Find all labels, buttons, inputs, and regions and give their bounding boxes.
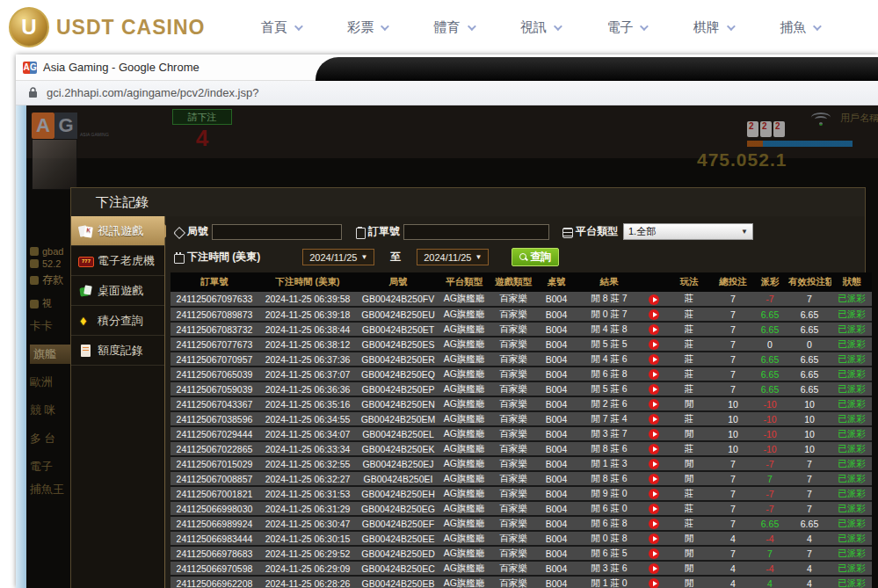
ag-logo: A G ASIA GAMING <box>32 113 109 139</box>
replay-icon[interactable] <box>649 578 659 588</box>
cell-replay <box>643 441 664 456</box>
cell-bet: 10 <box>714 411 752 426</box>
replay-icon[interactable] <box>649 339 659 350</box>
replay-icon[interactable] <box>649 489 659 499</box>
cell-round: GB00424B250EM <box>357 411 439 426</box>
label-text: 下注時間 (美東) <box>187 250 260 265</box>
cell-order: 241125067008857 <box>171 471 258 486</box>
order-filter-label: 訂單號 <box>354 224 400 239</box>
bet-table: 訂單號 下注時間 (美東) 局號 平台類型 遊戲類型 桌號 結果 玩法 總投注 <box>171 272 872 588</box>
date-from-select[interactable]: 2024/11/25 ▼ <box>302 249 374 265</box>
replay-icon[interactable] <box>649 429 659 439</box>
table-header-row: 訂單號 下注時間 (美東) 局號 平台類型 遊戲類型 桌號 結果 玩法 總投注 <box>171 272 872 292</box>
replay-icon[interactable] <box>649 548 659 559</box>
cell-payout: -10 <box>752 396 787 411</box>
replay-icon[interactable] <box>649 384 659 395</box>
replay-icon[interactable] <box>649 534 659 544</box>
cell-status: 已派彩 <box>831 381 872 396</box>
cards-icon <box>30 300 39 309</box>
nav-item-live[interactable]: 視訊 <box>520 19 560 36</box>
cell-table: B004 <box>538 322 575 337</box>
ag-logo-a: A <box>32 113 54 139</box>
cell-time: 2024-11-25 06:34:07 <box>258 426 357 441</box>
deposit-label: 存款 <box>42 272 63 287</box>
replay-icon[interactable] <box>649 504 659 514</box>
nav-item-home[interactable]: 首頁 <box>261 19 301 36</box>
cell-result: 閒 5 莊 5 <box>575 337 643 352</box>
dealt-cards: 2 2 2 <box>747 121 785 137</box>
search-button[interactable]: 查詢 <box>512 248 559 266</box>
nav-item-cards[interactable]: 棋牌 <box>693 19 733 36</box>
replay-icon[interactable] <box>649 399 659 410</box>
nav-item-slots[interactable]: 電子 <box>606 19 646 36</box>
table-row: 2411250670150292024-11-25 06:32:55GB0042… <box>171 456 872 471</box>
nav-item-lottery[interactable]: 彩票 <box>347 19 387 36</box>
cell-order: 241125067089873 <box>171 307 258 322</box>
tag-icon <box>173 227 184 237</box>
cell-payout: 4 <box>752 576 787 588</box>
sidebar-item-label: 桌面遊戲 <box>98 283 143 299</box>
cell-time: 2024-11-25 06:34:55 <box>258 411 357 426</box>
cell-time: 2024-11-25 06:32:27 <box>258 471 357 486</box>
replay-icon[interactable] <box>649 414 659 425</box>
bet-table-wrap: 訂單號 下注時間 (美東) 局號 平台類型 遊戲類型 桌號 結果 玩法 總投注 <box>171 272 860 588</box>
replay-icon[interactable] <box>649 294 659 305</box>
sidebar-item-points-query[interactable]: 積分查詢 <box>71 306 164 336</box>
cell-play: 莊 <box>664 337 714 352</box>
cell-table: B004 <box>538 307 575 322</box>
modal-sidebar: 視訊遊戲 電子老虎機 桌面遊戲 積分查詢 額度記錄 <box>71 216 165 588</box>
cell-game: 百家樂 <box>489 381 538 396</box>
cell-valid: 7 <box>787 292 831 307</box>
cell-result: 閒 3 莊 6 <box>575 561 643 576</box>
header-valid-bet: 有效投注額 <box>787 272 831 292</box>
cell-result: 閒 6 莊 8 <box>575 367 643 381</box>
cell-play: 閒 <box>664 471 714 486</box>
chevron-down-icon <box>640 22 649 31</box>
cell-round: GB00424B250EH <box>357 486 439 501</box>
platform-select[interactable]: 1.全部 ▼ <box>623 223 753 240</box>
cell-table: B004 <box>538 561 575 576</box>
cell-replay <box>643 322 664 337</box>
order-input[interactable] <box>403 224 549 240</box>
sidebar-item-table-games[interactable]: 桌面遊戲 <box>71 276 164 306</box>
replay-icon[interactable] <box>649 519 659 529</box>
cell-payout: -7 <box>752 501 787 516</box>
deposit-button[interactable]: 存款 <box>30 272 63 287</box>
cell-result: 閒 6 莊 8 <box>575 516 643 531</box>
cell-payout: 6.65 <box>752 516 787 531</box>
replay-icon[interactable] <box>649 459 659 469</box>
bet-prompt: 請下注 <box>172 109 232 125</box>
replay-icon[interactable] <box>649 563 659 574</box>
date-to-select[interactable]: 2024/11/25 ▼ <box>417 249 489 265</box>
replay-icon[interactable] <box>649 444 659 454</box>
chrome-url-bar[interactable]: gci.2hhapi.com/agingame/pcv2/index.jsp? <box>16 81 878 105</box>
table-row: 2411250670385962024-11-25 06:34:55GB0042… <box>171 411 872 426</box>
cell-status: 已派彩 <box>831 307 872 322</box>
cell-game: 百家樂 <box>489 456 538 471</box>
sidebar-item-video-games[interactable]: 視訊遊戲 <box>71 216 164 246</box>
sidebar-item-credit-records[interactable]: 額度記錄 <box>71 336 164 366</box>
nav-item-fishing[interactable]: 捕魚 <box>780 19 819 36</box>
table-row: 2411250670650392024-11-25 06:37:07GB0042… <box>171 367 872 381</box>
cell-replay <box>643 516 664 531</box>
sidebar-item-slots[interactable]: 電子老虎機 <box>71 246 164 276</box>
round-input[interactable] <box>212 224 342 240</box>
replay-icon[interactable] <box>649 474 659 484</box>
chrome-title-bar[interactable]: A G Asia Gaming - Google Chrome <box>16 54 878 81</box>
replay-icon[interactable] <box>649 354 659 365</box>
replay-icon[interactable] <box>649 369 659 380</box>
chevron-down-icon <box>381 22 389 31</box>
cell-valid: 6.65 <box>787 367 831 381</box>
cell-time: 2024-11-25 06:39:58 <box>258 292 357 307</box>
cell-platform: AG旗艦廳 <box>439 576 489 588</box>
cell-time: 2024-11-25 06:29:09 <box>258 561 357 576</box>
cell-play: 閒 <box>664 426 714 441</box>
replay-icon[interactable] <box>649 324 659 335</box>
cell-payout: -7 <box>752 292 787 307</box>
table-row: 2411250669786832024-11-25 06:29:52GB0042… <box>171 546 872 561</box>
nav-item-sports[interactable]: 體育 <box>434 19 474 36</box>
cell-bet: 7 <box>714 352 752 367</box>
site-logo[interactable]: U USDT CASINO <box>9 7 211 47</box>
cell-bet: 10 <box>714 426 752 441</box>
replay-icon[interactable] <box>649 309 659 320</box>
